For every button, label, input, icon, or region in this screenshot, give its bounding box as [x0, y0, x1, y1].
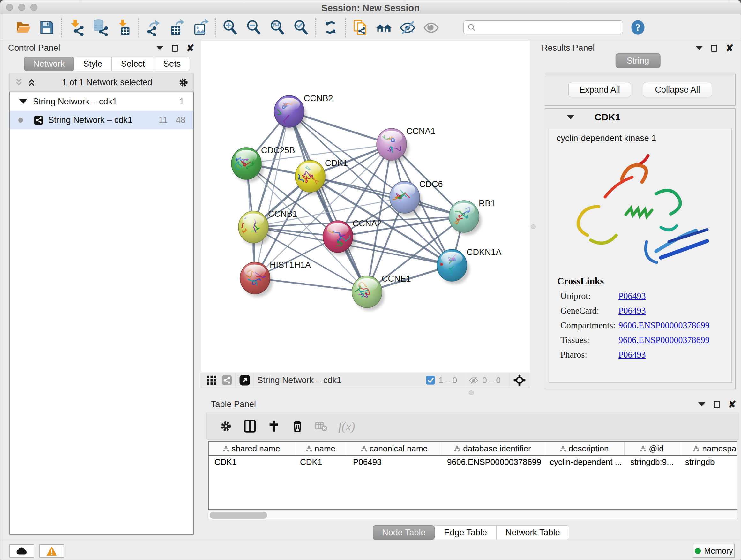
panel-menu-icon[interactable] [698, 402, 705, 407]
network-row[interactable]: String Network – cdk1 11 48 [10, 111, 193, 129]
attribute-icon [360, 445, 367, 452]
import-network-database-icon[interactable] [88, 17, 112, 38]
string-tab[interactable]: String [616, 53, 661, 68]
vertical-splitter-handle[interactable] [531, 225, 536, 229]
scrollbar-thumb[interactable] [210, 512, 267, 519]
crosslink-link[interactable]: 9606.ENSP00000378699 [618, 335, 710, 345]
cytoscape-window: Session: New Session [0, 0, 741, 560]
grid-view-icon[interactable] [206, 375, 217, 386]
cloud-icon [15, 546, 28, 556]
zoom-selected-icon[interactable] [289, 17, 313, 38]
column-header-databaseidentifier[interactable]: database identifier [441, 442, 544, 455]
columns-icon[interactable] [243, 420, 257, 433]
panel-close-icon[interactable]: ✘ [186, 45, 194, 52]
zoom-fit-icon[interactable] [266, 17, 289, 38]
panel-float-icon[interactable] [172, 45, 178, 52]
table-cell[interactable]: stringdb [679, 456, 738, 469]
hide-selected-icon[interactable] [396, 17, 419, 38]
column-header-id[interactable]: @id [624, 442, 679, 455]
crosslink-link[interactable]: P06493 [618, 291, 646, 301]
selected-checkbox-icon[interactable] [426, 375, 435, 385]
panel-close-icon[interactable]: ✘ [728, 401, 736, 408]
tab-edge-table[interactable]: Edge Table [434, 525, 496, 540]
column-header-namespace[interactable]: namespace [679, 442, 738, 455]
open-external-icon[interactable] [239, 374, 251, 386]
expand-all-button[interactable]: Expand All [568, 82, 631, 98]
export-network-icon[interactable] [141, 17, 165, 38]
toolbar-divider [138, 17, 139, 37]
table-cell[interactable]: cyclin-dependent ... [544, 456, 624, 469]
zoom-out-icon[interactable] [242, 17, 266, 38]
search-field[interactable] [463, 20, 623, 35]
tree-expander-icon[interactable] [19, 99, 27, 104]
edge-CCNB2-HIST1H1A[interactable] [255, 111, 289, 278]
table-panel: Table Panel ✘ f(x) shared namenamecanoni… [201, 396, 741, 541]
table-gear-icon[interactable] [219, 420, 232, 433]
apply-layout-icon[interactable] [319, 17, 342, 38]
gene-expander-icon[interactable] [567, 115, 574, 119]
panel-float-icon[interactable] [711, 45, 718, 52]
search-input[interactable] [478, 21, 623, 34]
add-column-icon[interactable] [267, 420, 280, 433]
crosslinks-heading: CrossLinks [557, 275, 731, 287]
expand-all-chevron-icon[interactable] [27, 78, 37, 87]
import-network-icon[interactable] [64, 17, 88, 38]
node-RB1[interactable]: RB1 [449, 199, 495, 235]
crosslink-link[interactable]: P06493 [618, 350, 646, 360]
show-all-icon[interactable] [419, 17, 443, 38]
crosslink-link[interactable]: 9606.ENSP00000378699 [618, 320, 710, 330]
memory-button[interactable]: Memory [693, 544, 735, 558]
table-cell[interactable]: 9606.ENSP00000378699 [441, 456, 544, 469]
tab-sets[interactable]: Sets [154, 57, 190, 71]
node-CCNE1[interactable]: CCNE1 [352, 274, 411, 311]
node-HIST1H1A[interactable]: HIST1H1A [240, 260, 311, 297]
gene-header-row[interactable]: CDK1 [545, 109, 735, 125]
delete-column-icon[interactable] [291, 420, 304, 433]
new-network-from-selection-icon[interactable] [348, 17, 372, 38]
column-header-sharedname[interactable]: shared name [209, 442, 294, 455]
main-toolbar: ? [0, 15, 741, 40]
table-cell[interactable]: P06493 [347, 456, 441, 469]
zoom-in-icon[interactable] [218, 17, 242, 38]
panel-menu-icon[interactable] [696, 46, 703, 50]
export-image-icon[interactable] [189, 17, 212, 38]
network-collection-row[interactable]: String Network – cdk1 1 [10, 92, 193, 111]
column-header-description[interactable]: description [544, 442, 624, 455]
tab-select[interactable]: Select [112, 57, 154, 71]
table-cell[interactable]: CDK1 [294, 456, 347, 469]
node-CDK1[interactable]: CDK1 [295, 159, 348, 195]
table-cell[interactable]: stringdb:9... [624, 456, 679, 469]
panel-float-icon[interactable] [714, 401, 720, 408]
node-CDKN1A[interactable]: CDKN1A [433, 247, 502, 284]
gear-icon[interactable] [178, 77, 189, 88]
save-session-icon[interactable] [35, 17, 58, 38]
import-table-icon[interactable] [112, 17, 135, 38]
share-view-icon[interactable] [221, 375, 232, 386]
network-canvas[interactable]: CCNB2CCNA1CDC25BCDK1CDC6RB1CCNB1CCNA2CDK… [201, 41, 530, 373]
help-icon[interactable]: ? [626, 17, 650, 38]
table-row[interactable]: CDK1CDK1P064939606.ENSP00000378699cyclin… [209, 456, 737, 469]
birdseye-icon[interactable] [513, 374, 526, 387]
panel-menu-icon[interactable] [156, 46, 163, 50]
node-CDC6[interactable]: CDC6 [390, 179, 443, 216]
table-cell[interactable]: CDK1 [209, 456, 294, 469]
collapse-all-button[interactable]: Collapse All [643, 82, 712, 98]
tab-network[interactable]: Network [24, 57, 74, 71]
tab-style[interactable]: Style [74, 57, 112, 71]
node-table[interactable]: shared namenamecanonical namedatabase id… [208, 441, 738, 510]
double-house-icon[interactable] [372, 17, 396, 38]
warning-button[interactable] [39, 544, 64, 558]
table-hscrollbar[interactable] [208, 510, 738, 520]
tab-network-table[interactable]: Network Table [496, 525, 569, 540]
horizontal-splitter-handle[interactable] [469, 390, 474, 395]
column-header-name[interactable]: name [294, 442, 347, 455]
string-network-graph[interactable]: CCNB2CCNA1CDC25BCDK1CDC6RB1CCNB1CCNA2CDK… [201, 41, 530, 372]
tab-node-table[interactable]: Node Table [373, 525, 434, 540]
cloud-button[interactable] [9, 544, 34, 558]
panel-close-icon[interactable]: ✘ [726, 45, 734, 52]
export-table-icon[interactable] [165, 17, 189, 38]
open-session-icon[interactable] [11, 17, 35, 38]
collapse-all-chevron-icon[interactable] [14, 78, 23, 87]
column-header-canonicalname[interactable]: canonical name [347, 442, 441, 455]
crosslink-link[interactable]: P06493 [618, 306, 646, 316]
